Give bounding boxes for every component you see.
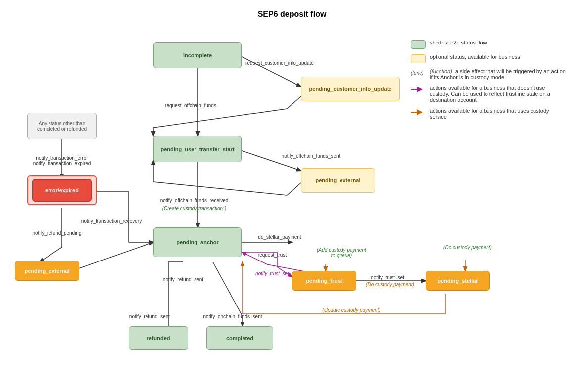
diagram-container: SEP6 deposit flow — [0, 0, 584, 392]
legend-purple-arrow — [411, 85, 426, 94]
label-request-trust: request_trust — [247, 252, 297, 258]
node-refunded: refunded — [129, 326, 188, 350]
legend-orange-arrow — [411, 108, 426, 117]
legend-item-orange: actions available for a business that us… — [411, 108, 569, 120]
node-completed: completed — [206, 326, 273, 350]
node-incomplete: incomplete — [153, 42, 242, 68]
legend-green-box — [411, 40, 426, 49]
label-do-custody-payment: (Do custody payment) — [438, 245, 497, 250]
label-notify-refund-sent-bottom: notify_refund_sent — [120, 314, 179, 319]
legend: shortest e2e status flow optional status… — [411, 40, 569, 125]
page-title: SEP6 deposit flow — [258, 10, 327, 19]
node-pending-stellar: pending_stellar — [426, 271, 490, 291]
legend-item-yellow: optional status, available for business — [411, 54, 569, 63]
node-any-status: Any status other than completed or refun… — [27, 113, 97, 139]
label-notify-transaction-recovery: notify_transaction_recovery — [77, 218, 146, 224]
label-do-stellar-payment: do_stellar_payment — [247, 234, 312, 240]
label-add-custody-payment: (Add custody payment to queue) — [312, 247, 371, 258]
legend-orange-label: actions available for a business that us… — [430, 108, 563, 120]
node-pending-external-left: pending_external — [15, 261, 79, 281]
legend-item-green: shortest e2e status flow — [411, 40, 569, 49]
legend-green-label: shortest e2e status flow — [430, 40, 487, 45]
label-notify-trust-set-purple: notify_trust_set — [243, 271, 302, 276]
label-notify-offchain-funds-received: notify_offchain_funds_received — [151, 198, 238, 203]
label-request-customer-info-update: request_customer_info_update — [243, 60, 317, 66]
label-request-offchain-funds: request_offchain_funds — [153, 103, 228, 108]
node-pending-anchor: pending_anchor — [153, 227, 242, 257]
legend-function-arrow: (func) — [411, 68, 426, 77]
legend-yellow-box — [411, 54, 426, 63]
legend-purple-label: actions available for a business that do… — [430, 85, 563, 103]
label-notify-offchain-funds-sent: notify_offchain_funds_sent — [266, 153, 355, 159]
node-pending-customer-info-update: pending_customer_info_update — [301, 77, 400, 101]
legend-item-purple: actions available for a business that do… — [411, 85, 569, 103]
legend-yellow-label: optional status, available for business — [430, 54, 520, 60]
svg-text:(func): (func) — [411, 70, 424, 76]
label-notify-trust-set: notify_trust_set — [355, 275, 420, 280]
label-do-custody-payment-bottom: (Do custody payment) — [355, 282, 425, 287]
label-notify-refund-pending: notify_refund_pending — [27, 230, 87, 236]
label-notify-refund-sent-left: notify_refund_sent — [153, 277, 213, 282]
legend-function-label: (function) a side effect that will be tr… — [430, 68, 569, 80]
node-pending-user-transfer-start: pending_user_transfer_start — [153, 136, 242, 162]
svg-line-7 — [72, 242, 153, 271]
label-notify-onchain-funds-sent: notify_onchain_funds_sent — [195, 314, 270, 319]
label-create-custody-transaction: (Create custody transaction*) — [151, 206, 238, 211]
node-pending-external-top: pending_external — [301, 168, 375, 193]
legend-item-function: (func) (function) a side effect that wil… — [411, 68, 569, 80]
label-notify-transaction-error: notify_transaction_error notify_transact… — [22, 155, 101, 166]
label-update-custody-payment: (Update custody payment) — [307, 307, 396, 313]
node-error-expired: error/expired — [32, 179, 92, 202]
